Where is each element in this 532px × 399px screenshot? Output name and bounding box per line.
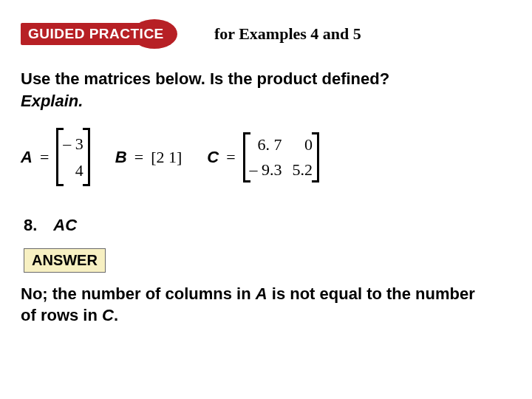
- matrix-a-label: A: [21, 148, 33, 167]
- header-subtitle: for Examples 4 and 5: [214, 24, 361, 44]
- answer-var-c: C: [102, 306, 114, 324]
- equals-c: =: [226, 148, 235, 167]
- matrix-b: [2 1]: [151, 148, 182, 167]
- matrix-b-label: B: [115, 148, 127, 167]
- matrix-c-label: C: [207, 148, 219, 167]
- answer-label: ANSWER: [32, 252, 98, 268]
- matrix-c-11: 5.2: [293, 160, 313, 180]
- slide: GUIDED PRACTICE for Examples 4 and 5 Use…: [0, 0, 532, 399]
- equals-b: =: [134, 148, 143, 167]
- question-row: 8. AC: [21, 216, 511, 235]
- matrix-c: 6. 7 0 – 9.3 5.2: [243, 132, 320, 183]
- badge-bar: GUIDED PRACTICE: [21, 23, 161, 45]
- matrix-c-01: 0: [293, 135, 313, 154]
- header-row: GUIDED PRACTICE for Examples 4 and 5: [21, 19, 511, 49]
- question-number: 8.: [24, 216, 37, 235]
- answer-label-box: ANSWER: [24, 248, 106, 273]
- equals-a: =: [40, 148, 49, 167]
- answer-pre: No; the number of columns in: [21, 284, 256, 303]
- matrix-c-10: – 9.3: [250, 160, 282, 180]
- answer-var-a: A: [256, 284, 267, 303]
- prompt: Use the matrices below. Is the product d…: [21, 68, 511, 112]
- answer-text: No; the number of columns in A is not eq…: [21, 283, 494, 327]
- question-expression: AC: [53, 216, 77, 235]
- matrix-row: A = – 3 4 B = [2 1] C = 6. 7 0 – 9.3 5.2: [21, 128, 511, 185]
- answer-post: .: [114, 306, 118, 324]
- matrix-c-00: 6. 7: [250, 135, 282, 154]
- badge-text: GUIDED PRACTICE: [28, 26, 164, 42]
- matrix-a-r1: 4: [75, 157, 83, 183]
- matrix-a: – 3 4: [56, 128, 90, 185]
- prompt-line2: Explain.: [21, 92, 83, 110]
- prompt-line1: Use the matrices below. Is the product d…: [21, 69, 389, 88]
- matrix-a-r0: – 3: [63, 131, 83, 157]
- badge: GUIDED PRACTICE: [21, 19, 183, 49]
